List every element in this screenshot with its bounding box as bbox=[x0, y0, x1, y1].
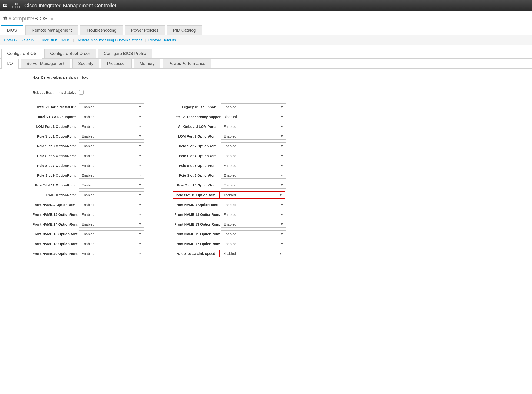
setting-label-front-nvme-11-optionrom: Front NVME 11 OptionRom: bbox=[174, 213, 221, 216]
setting-row-front-nvme-18-optionrom: Front NVME 18 OptionRom:Enabled▼ bbox=[33, 240, 144, 247]
setting-select-front-nvme-1-optionrom[interactable]: Enabled▼ bbox=[221, 201, 286, 208]
menu-icon[interactable]: ⇆ bbox=[3, 3, 7, 9]
setting-select-intel-vt-for-directed-io[interactable]: Enabled▼ bbox=[79, 103, 144, 110]
chevron-down-icon: ▼ bbox=[138, 173, 142, 177]
tab-power-policies[interactable]: Power Policies bbox=[125, 25, 165, 35]
setting-label-intel-vt-for-directed-io: Intel VT for directed IO: bbox=[33, 105, 79, 109]
setting-select-front-nvme-18-optionrom[interactable]: Enabled▼ bbox=[79, 240, 144, 247]
setting-select-front-nvme-17-optionrom[interactable]: Enabled▼ bbox=[221, 240, 286, 247]
setting-row-front-nvme-15-optionrom: Front NVME 15 OptionRom:Enabled▼ bbox=[174, 230, 286, 238]
chevron-down-icon: ▼ bbox=[280, 134, 284, 138]
setting-select-pcie-slot-5-optionrom[interactable]: Enabled▼ bbox=[79, 152, 144, 159]
tab-troubleshooting[interactable]: Troubleshooting bbox=[80, 25, 122, 35]
setting-value: Enabled bbox=[221, 213, 280, 216]
tab-remote-management[interactable]: Remote Management bbox=[25, 25, 78, 35]
setting-value: Enabled bbox=[221, 222, 280, 226]
setting-value: Enabled bbox=[221, 164, 280, 168]
reboot-host-row: Reboot Host Immediately: bbox=[33, 89, 529, 96]
action-link-restore-defaults[interactable]: Restore Defaults bbox=[148, 38, 176, 42]
setting-row-front-nvme-16-optionrom: Front NVME 16 OptionRom:Enabled▼ bbox=[33, 230, 144, 238]
chevron-down-icon: ▼ bbox=[280, 115, 284, 119]
tab-server-management[interactable]: Server Management bbox=[21, 59, 70, 68]
setting-select-front-nvme-2-optionrom[interactable]: Enabled▼ bbox=[79, 201, 144, 208]
setting-value: Enabled bbox=[221, 154, 280, 158]
setting-select-pcie-slot-3-optionrom[interactable]: Enabled▼ bbox=[79, 142, 144, 149]
setting-label-intel-vtd-ats-support: Intel VTD ATS support: bbox=[33, 115, 79, 119]
setting-row-pcie-slot-2-optionrom: Pcie Slot 2 OptionRom:Enabled▼ bbox=[174, 142, 286, 150]
action-link-restore-manufacturing-custom-settings[interactable]: Restore Manufacturing Custom Settings bbox=[76, 38, 142, 42]
setting-select-front-nvme-11-optionrom[interactable]: Enabled▼ bbox=[221, 211, 286, 218]
setting-label-front-nvme-16-optionrom: Front NVME 16 OptionRom: bbox=[33, 232, 79, 236]
action-link-enter-bios-setup[interactable]: Enter BIOS Setup bbox=[4, 38, 34, 42]
tab-memory[interactable]: Memory bbox=[134, 59, 160, 68]
setting-select-front-nvme-20-optionrom[interactable]: Enabled▼ bbox=[79, 250, 144, 257]
setting-select-front-nvme-14-optionrom[interactable]: Enabled▼ bbox=[79, 221, 144, 228]
tab-pid-catalog[interactable]: PID Catalog bbox=[167, 25, 202, 35]
setting-label-pcie-slot-11-optionrom: Pcie Slot 11 OptionRom: bbox=[33, 183, 79, 187]
action-link-clear-bios-cmos[interactable]: Clear BIOS CMOS bbox=[40, 38, 71, 42]
chevron-down-icon: ▼ bbox=[138, 232, 142, 236]
setting-select-legacy-usb-support[interactable]: Enabled▼ bbox=[221, 103, 286, 110]
setting-row-front-nvme-13-optionrom: Front NVME 13 OptionRom:Enabled▼ bbox=[174, 220, 286, 228]
setting-select-pcie-slot-4-optionrom[interactable]: Enabled▼ bbox=[221, 152, 286, 159]
tab-configure-boot-order[interactable]: Configure Boot Order bbox=[44, 49, 96, 58]
chevron-down-icon: ▼ bbox=[280, 232, 284, 236]
chevron-down-icon: ▼ bbox=[138, 242, 142, 245]
setting-select-pcie-slot-7-optionrom[interactable]: Enabled▼ bbox=[79, 162, 144, 169]
reboot-host-checkbox[interactable] bbox=[79, 90, 84, 95]
setting-select-front-nvme-12-optionrom[interactable]: Enabled▼ bbox=[79, 211, 144, 218]
tab-configure-bios[interactable]: Configure BIOS bbox=[1, 49, 42, 59]
setting-row-raid-optionrom: RAID OptionRom:Enabled▼ bbox=[33, 191, 144, 198]
home-icon[interactable] bbox=[3, 16, 7, 22]
tab-bios[interactable]: BIOS bbox=[1, 25, 23, 35]
chevron-down-icon: ▼ bbox=[279, 252, 282, 255]
breadcrumb-sep2: / bbox=[33, 15, 34, 22]
tab-processor[interactable]: Processor bbox=[101, 59, 132, 68]
setting-row-intel-vt-for-directed-io: Intel VT for directed IO:Enabled▼ bbox=[33, 103, 144, 110]
setting-select-pcie-slot-9-optionrom[interactable]: Enabled▼ bbox=[79, 172, 144, 179]
tab-security[interactable]: Security bbox=[72, 59, 99, 68]
chevron-down-icon: ▼ bbox=[279, 193, 282, 197]
setting-row-pcie-slot-12-link-speed: PCIe Slot 12 Link Speed:Disabled▼ bbox=[174, 250, 286, 257]
setting-label-pcie-slot-9-optionrom: Pcie Slot 9 OptionRom: bbox=[33, 173, 79, 177]
tab-power-performance[interactable]: Power/Performance bbox=[162, 59, 211, 68]
setting-label-pcie-slot-1-optionrom: Pcie Slot 1 OptionRom: bbox=[33, 134, 79, 138]
tab-i-o[interactable]: I/O bbox=[1, 59, 19, 69]
favorite-star-icon[interactable]: ★ bbox=[50, 16, 54, 21]
setting-row-front-nvme-12-optionrom: Front NVME 12 OptionRom:Enabled▼ bbox=[33, 211, 144, 218]
setting-select-intel-vtd-coherency-support[interactable]: Disabled▼ bbox=[221, 113, 286, 120]
setting-select-pcie-slot-6-optionrom[interactable]: Enabled▼ bbox=[221, 162, 286, 169]
setting-row-front-nvme-20-optionrom: Front NVME 20 OptionRom:Enabled▼ bbox=[33, 250, 144, 257]
setting-value: Enabled bbox=[221, 242, 280, 246]
setting-select-lom-port-1-optionrom[interactable]: Enabled▼ bbox=[79, 123, 144, 130]
setting-select-pcie-slot-8-optionrom[interactable]: Enabled▼ bbox=[221, 172, 286, 179]
setting-value: Enabled bbox=[79, 222, 138, 226]
setting-value: Enabled bbox=[221, 124, 280, 129]
setting-select-pcie-slot-2-optionrom[interactable]: Enabled▼ bbox=[221, 142, 286, 149]
setting-value: Enabled bbox=[79, 242, 138, 246]
setting-select-front-nvme-15-optionrom[interactable]: Enabled▼ bbox=[221, 230, 286, 237]
setting-label-front-nvme-20-optionrom: Front NVME 20 OptionRom: bbox=[33, 252, 79, 255]
chevron-down-icon: ▼ bbox=[138, 105, 142, 109]
chevron-down-icon: ▼ bbox=[138, 222, 142, 226]
setting-label-pcie-slot-12-link-speed: PCIe Slot 12 Link Speed: bbox=[173, 250, 220, 257]
setting-select-pcie-slot-1-optionrom[interactable]: Enabled▼ bbox=[79, 133, 144, 140]
breadcrumb-compute[interactable]: Compute bbox=[10, 15, 33, 22]
setting-select-pcie-slot-10-optionrom[interactable]: Enabled▼ bbox=[221, 181, 286, 188]
setting-value: Enabled bbox=[79, 203, 138, 207]
setting-select-raid-optionrom[interactable]: Enabled▼ bbox=[79, 191, 144, 198]
setting-select-pcie-slot-12-optionrom[interactable]: Disabled▼ bbox=[220, 191, 285, 198]
setting-select-pcie-slot-11-optionrom[interactable]: Enabled▼ bbox=[79, 181, 144, 188]
setting-select-pcie-slot-12-link-speed[interactable]: Disabled▼ bbox=[220, 250, 285, 257]
setting-label-front-nvme-13-optionrom: Front NVME 13 OptionRom: bbox=[174, 222, 221, 226]
setting-select-lom-port-2-optionrom[interactable]: Enabled▼ bbox=[221, 133, 286, 140]
tab-configure-bios-profile[interactable]: Configure BIOS Profile bbox=[98, 49, 152, 58]
header-bar: ⇆ ıılıılıı CISCO Cisco Integrated Manage… bbox=[0, 0, 532, 11]
chevron-down-icon: ▼ bbox=[280, 242, 284, 245]
breadcrumb-sep: / bbox=[9, 15, 10, 22]
setting-select-intel-vtd-ats-support[interactable]: Enabled▼ bbox=[79, 113, 144, 120]
setting-select-front-nvme-16-optionrom[interactable]: Enabled▼ bbox=[79, 230, 144, 237]
setting-value: Disabled bbox=[221, 115, 280, 119]
setting-select-all-onboard-lom-ports[interactable]: Enabled▼ bbox=[221, 123, 286, 130]
setting-select-front-nvme-13-optionrom[interactable]: Enabled▼ bbox=[221, 221, 286, 228]
